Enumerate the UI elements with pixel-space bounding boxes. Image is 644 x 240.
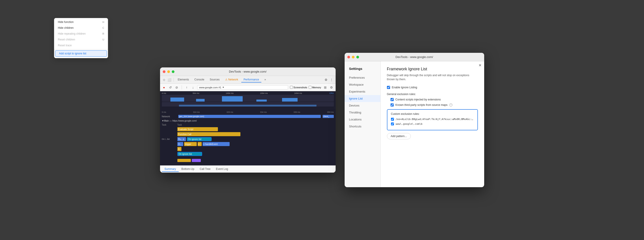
custom-exclusion-title: Custom exclusion rules:: [391, 112, 474, 116]
network-value: gen_204 (www.google.com): [179, 115, 204, 118]
upload-icon[interactable]: ↑: [184, 85, 189, 90]
add-pattern-button[interactable]: Add pattern...: [387, 133, 411, 139]
record-icon[interactable]: ●: [162, 85, 166, 90]
right-traffic-lights: [347, 56, 359, 58]
clear-icon[interactable]: ⊘: [174, 85, 179, 90]
right-maximize-button[interactable]: [356, 56, 359, 58]
memory-checkbox[interactable]: [308, 86, 312, 89]
third-party-scripts-row: Known third-party scripts from source ma…: [390, 103, 478, 107]
tab-elements[interactable]: Elements: [176, 77, 191, 83]
nav-ignore-list[interactable]: Ignore List: [344, 95, 380, 102]
nav-locations[interactable]: Locations: [344, 116, 380, 123]
on-ignore-list-block-2[interactable]: On ignore list: [178, 152, 202, 156]
url-text: www.google.com #1: [199, 86, 221, 89]
enable-ignore-listing-label: Enable Ignore Listing: [392, 86, 417, 89]
nav-devices[interactable]: Devices: [344, 102, 380, 109]
trigger-block[interactable]: trigger: [184, 142, 197, 146]
minimize-button[interactable]: [167, 70, 170, 73]
nav-throttling[interactable]: Throttling: [344, 109, 380, 116]
col-task-1: Task: [162, 123, 176, 126]
tab-bottom-up[interactable]: Bottom-Up: [179, 166, 197, 172]
function-call-block[interactable]: Function Call: [178, 132, 240, 136]
settings-icon[interactable]: ⚙: [324, 78, 328, 82]
traffic-lights: [163, 70, 174, 73]
more-icon[interactable]: ⋮: [329, 78, 334, 82]
nav-workspace[interactable]: Workspace: [344, 81, 380, 88]
third-party-checkbox[interactable]: [390, 103, 394, 107]
reload-icon[interactable]: ↺: [168, 85, 173, 90]
content-description: Debugger will skip through the scripts a…: [387, 73, 478, 81]
marker-9ms: 9 ms: [162, 111, 166, 113]
on-ignore-list-block-1[interactable]: On ignore list: [187, 137, 212, 141]
handleevent-block[interactable]: z.handleEvent: [202, 142, 230, 146]
capture-icon[interactable]: ⊞: [323, 85, 328, 90]
main-section-text: Main — https://www.google.com/: [164, 120, 197, 122]
right-title-bar: DevTools - www.google.com/: [344, 53, 484, 61]
url-dropdown[interactable]: ▾: [222, 86, 224, 89]
tab-console[interactable]: Console: [192, 77, 207, 83]
timeline-label-1494ms: 1494 ms: [226, 92, 234, 94]
o-block[interactable]: O...: [178, 142, 183, 146]
left-devtools-window: DevTools - www.google.com/ ⊹ ⬜ Elements …: [160, 67, 336, 173]
nav-shortcuts[interactable]: Shortcuts: [344, 123, 380, 130]
flame-chart-area: 9 ms 324 ms 329 ms 334 ms 339 ms 359 ms …: [160, 109, 336, 165]
toolbar-divider: [174, 78, 174, 82]
tab-network[interactable]: ⚠ Network: [223, 77, 240, 83]
tab-summary[interactable]: Summary: [162, 166, 179, 172]
screenshots-checkbox-label[interactable]: Screenshots: [290, 86, 307, 89]
c-block[interactable]: c: [198, 142, 202, 146]
settings-layout: Settings Preferences Workspace Experimen…: [344, 61, 484, 187]
nav-preferences[interactable]: Preferences: [344, 74, 380, 81]
pattern-2-text: www\.google\.com\b: [396, 122, 422, 125]
timeline-label-994ms: 994 ms: [193, 92, 200, 94]
close-button[interactable]: [163, 70, 166, 73]
pattern-1-checkbox[interactable]: [391, 118, 394, 121]
content-scripts-label: Content scripts injected by extensions: [396, 98, 441, 101]
device-icon[interactable]: ⬜: [167, 78, 172, 82]
content-scripts-checkbox[interactable]: [390, 98, 394, 101]
right-minimize-button[interactable]: [352, 56, 354, 58]
right-close-button[interactable]: [347, 56, 350, 58]
network-row-label: Network: [162, 115, 176, 118]
cpu-label: CPU: [329, 92, 334, 94]
enable-ignore-listing-checkbox[interactable]: [387, 86, 390, 89]
tab-sources[interactable]: Sources: [208, 77, 222, 83]
evaluate-script-block[interactable]: Evaluate Script: [178, 127, 218, 131]
bottom-tab-bar: Summary Bottom-Up Call Tree Event Log: [160, 165, 336, 173]
right-window-title: DevTools - www.google.com/: [396, 55, 433, 59]
timeline-label-1994ms: 1994 ms: [260, 92, 268, 94]
tab-call-tree[interactable]: Call Tree: [197, 166, 213, 172]
cursor-icon[interactable]: ⊹: [162, 78, 166, 82]
marker-329ms: 329 ms: [226, 111, 233, 113]
enable-ignore-listing-row: Enable Ignore Listing: [387, 86, 478, 89]
maximize-button[interactable]: [172, 70, 174, 73]
timeline-label-4ms: 4 ms: [162, 92, 166, 94]
a-block[interactable]: A: [178, 147, 182, 151]
info-icon[interactable]: ?: [449, 103, 452, 107]
right-devtools-window: DevTools - www.google.com/ Settings Pref…: [344, 53, 484, 187]
settings-heading: Settings: [344, 65, 380, 74]
tab-more[interactable]: »: [262, 77, 268, 83]
settings-content: ✕ Framework Ignore List Debugger will sk…: [381, 61, 484, 187]
perf-toolbar: ● ↺ ⊘ ↑ ↓ www.google.com #1 ▾ Screenshot…: [160, 84, 336, 91]
custom-exclusion-box: Custom exclusion rules: /ee=ALeJib:B8gLw…: [387, 109, 478, 130]
perf-settings-icon[interactable]: ⚙: [329, 85, 334, 90]
settings-sidebar: Settings Preferences Workspace Experimen…: [344, 61, 381, 187]
content-scripts-row: Content scripts injected by extensions: [390, 98, 478, 101]
screenshots-checkbox[interactable]: [290, 86, 293, 89]
pattern-2-checkbox[interactable]: [391, 122, 394, 125]
nav-experiments[interactable]: Experiments: [344, 88, 380, 95]
col-task-2: Task: [178, 123, 182, 126]
settings-close-button[interactable]: ✕: [478, 63, 482, 67]
third-party-label: Known third-party scripts from source ma…: [396, 103, 448, 107]
row-label-on-ignore: On i...list: [162, 138, 176, 140]
download-icon[interactable]: ↓: [191, 85, 196, 90]
pattern-row-2: www\.google\.com\b: [391, 122, 474, 125]
memory-checkbox-label[interactable]: Memory: [308, 86, 321, 89]
tab-performance[interactable]: Performance: [241, 77, 261, 83]
content-title: Framework Ignore List: [387, 67, 478, 71]
rus-block[interactable]: Ru...s: [178, 137, 186, 141]
tab-event-log[interactable]: Event Log: [213, 166, 231, 172]
left-title-bar: DevTools - www.google.com/: [160, 67, 336, 76]
url-bar: www.google.com #1 ▾: [197, 85, 288, 89]
